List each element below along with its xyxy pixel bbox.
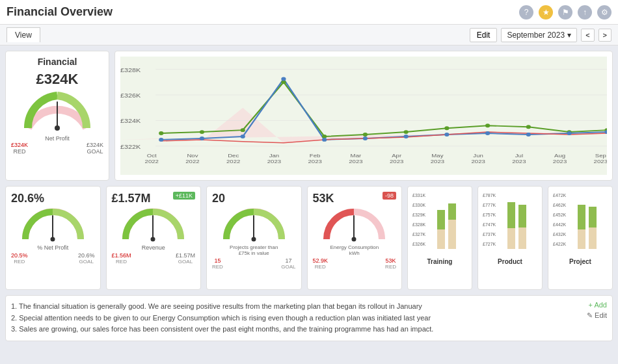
gauge-svg: [21, 90, 93, 133]
svg-text:£326K: £326K: [412, 242, 426, 246]
svg-point-14: [241, 128, 245, 132]
svg-text:£787K: £787K: [483, 193, 496, 198]
goal-value: £324K: [87, 142, 103, 148]
svg-text:£331K: £331K: [412, 193, 426, 198]
svg-text:Jul: Jul: [515, 153, 523, 159]
svg-text:£442K: £442K: [553, 222, 567, 227]
svg-text:£452K: £452K: [553, 213, 567, 217]
project-chart: £472K £462K £452K £442K £432K £422K: [553, 190, 608, 255]
prev-button[interactable]: <: [581, 29, 594, 42]
training-chart: £331K £330K £329K £328K £327K £326K: [412, 190, 468, 255]
svg-text:£329K: £329K: [412, 213, 426, 217]
product-chart: £787K £777K £757K £747K £737K £727K: [483, 190, 538, 255]
svg-text:£327K: £327K: [412, 232, 426, 237]
mini-chart-product: £787K £777K £757K £747K £737K £727K Prod…: [477, 186, 543, 290]
svg-text:£462K: £462K: [553, 203, 567, 207]
svg-point-32: [485, 131, 490, 135]
gauge-3: [323, 205, 385, 243]
metric-label-1: Revenue: [142, 244, 165, 251]
metric-revenue: £1.57M +£11K Revenue £1.56MRED £1.57MGOA…: [106, 186, 202, 290]
main-content: Financial £324K Net Profit £324K: [0, 46, 618, 364]
svg-text:£330K: £330K: [412, 203, 426, 207]
svg-point-1: [55, 125, 60, 131]
view-tab[interactable]: View: [7, 27, 40, 42]
svg-point-13: [200, 130, 204, 134]
edit-button[interactable]: Edit: [470, 28, 498, 42]
star-icon[interactable]: ★: [539, 5, 553, 20]
svg-text:2023: 2023: [594, 159, 607, 164]
svg-text:£727K: £727K: [483, 242, 496, 246]
svg-text:2023: 2023: [512, 159, 526, 164]
svg-text:Apr: Apr: [392, 153, 401, 159]
svg-text:2022: 2022: [185, 159, 200, 164]
settings-icon[interactable]: ⚙: [597, 5, 611, 20]
add-edit-area: + Add ✎ Edit: [587, 301, 607, 320]
note-3: 3. Sales are growing, our sales force ha…: [11, 324, 433, 335]
svg-text:£328K: £328K: [412, 222, 426, 227]
svg-point-19: [444, 126, 449, 130]
gauge-1: [122, 205, 184, 243]
top-row: Financial £324K Net Profit £324K: [5, 51, 613, 181]
goal-sub: GOAL: [87, 148, 103, 155]
alert-icon[interactable]: ⚑: [558, 5, 572, 20]
svg-text:£322K: £322K: [120, 144, 141, 150]
svg-point-29: [363, 136, 368, 140]
metric-value-0: 20.6%: [11, 192, 44, 205]
edit-notes-button[interactable]: ✎ Edit: [587, 311, 607, 320]
svg-text:Mar: Mar: [351, 153, 362, 159]
svg-point-21: [526, 125, 531, 129]
top-bar-icons: ? ★ ⚑ ↑ ⚙: [519, 5, 611, 20]
mini-chart-project: £472K £462K £452K £442K £432K £422K Proj…: [548, 186, 613, 290]
line-chart: £328K £326K £324K £322K: [120, 57, 607, 175]
svg-text:£326K: £326K: [120, 92, 141, 99]
svg-text:£472K: £472K: [553, 193, 567, 198]
next-button[interactable]: >: [598, 29, 611, 42]
metric-value-2: 20: [212, 192, 225, 205]
svg-text:2023: 2023: [308, 159, 322, 164]
svg-text:2023: 2023: [349, 159, 363, 164]
help-icon[interactable]: ?: [519, 5, 533, 20]
svg-rect-87: [518, 205, 526, 228]
svg-text:2023: 2023: [431, 159, 445, 164]
svg-text:Jan: Jan: [269, 153, 280, 159]
svg-text:£422K: £422K: [553, 242, 567, 246]
svg-text:Aug: Aug: [554, 153, 565, 159]
metric-value-3: 53K: [313, 192, 334, 205]
metric-bottom-3: 52.9KRED 53KRED: [313, 257, 397, 270]
financial-card: Financial £324K Net Profit £324K: [5, 51, 109, 181]
svg-text:£757K: £757K: [483, 213, 496, 217]
toolbar-right: Edit September 2023 ▾ < >: [470, 28, 611, 42]
svg-text:2023: 2023: [553, 159, 567, 164]
svg-point-30: [404, 135, 409, 138]
svg-rect-95: [578, 205, 585, 229]
energy-badge: -98: [383, 192, 396, 200]
metric-bottom-2: 15RED 17GOAL: [212, 257, 296, 270]
financial-sublabel: Net Profit: [45, 135, 70, 142]
svg-point-12: [159, 131, 163, 135]
metric-net-profit: 20.6% % Net Profit 20.5%RED 20.6%GOAL: [5, 186, 101, 290]
upload-icon[interactable]: ↑: [578, 5, 592, 20]
svg-point-61: [50, 237, 55, 242]
date-selector[interactable]: September 2023 ▾: [501, 28, 577, 42]
svg-point-63: [151, 237, 155, 242]
svg-text:2023: 2023: [267, 159, 282, 164]
svg-point-24: [159, 138, 163, 142]
add-button[interactable]: + Add: [589, 301, 607, 309]
metric-label-0: % Net Profit: [37, 244, 68, 251]
page-title: Financial Overview: [7, 5, 113, 19]
svg-text:Dec: Dec: [228, 153, 239, 159]
svg-text:May: May: [431, 153, 444, 159]
svg-text:£324K: £324K: [120, 118, 141, 124]
note-2: 2. Special attention needs to be given t…: [11, 313, 433, 324]
svg-text:£328K: £328K: [120, 67, 141, 73]
svg-rect-75: [437, 210, 445, 229]
svg-text:2022: 2022: [226, 159, 241, 164]
svg-point-17: [363, 133, 368, 136]
note-1: 1. The financial situation is generally …: [11, 301, 433, 313]
svg-text:£737K: £737K: [483, 232, 496, 237]
svg-point-33: [526, 133, 531, 136]
project-label: Project: [569, 258, 591, 265]
date-label: September 2023: [507, 31, 565, 40]
training-label: Training: [427, 258, 453, 265]
metric-bottom-1: £1.56MRED £1.57MGOAL: [112, 252, 196, 265]
